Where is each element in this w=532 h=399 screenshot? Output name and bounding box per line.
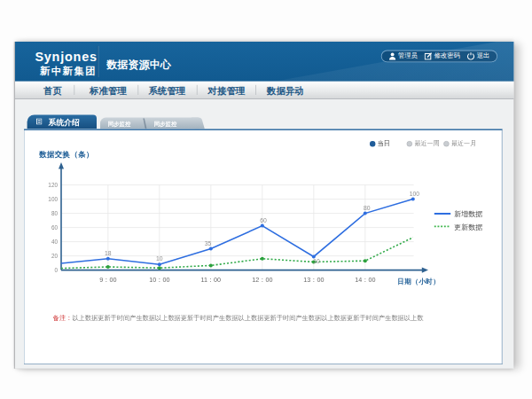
svg-text:11：00: 11：00: [200, 276, 221, 284]
svg-text:80: 80: [51, 210, 59, 216]
svg-text:9：00: 9：00: [99, 276, 116, 284]
svg-text:60: 60: [51, 224, 59, 231]
svg-text:新增数据: 新增数据: [454, 210, 482, 218]
svg-text:日期（小时）: 日期（小时）: [397, 278, 440, 286]
svg-text:10: 10: [156, 255, 163, 262]
svg-text:0: 0: [54, 267, 58, 273]
svg-text:100: 100: [410, 191, 420, 197]
svg-text:12：00: 12：00: [252, 276, 272, 284]
svg-text:40: 40: [51, 239, 59, 245]
svg-text:10: 10: [313, 258, 320, 264]
svg-text:更新数据: 更新数据: [454, 223, 482, 231]
svg-text:18: 18: [105, 250, 112, 256]
svg-text:120: 120: [48, 182, 58, 188]
svg-text:10：00: 10：00: [149, 276, 169, 284]
svg-text:35: 35: [205, 240, 212, 246]
svg-text:60: 60: [260, 217, 267, 223]
svg-text:13：00: 13：00: [303, 276, 324, 284]
svg-text:14：00: 14：00: [355, 276, 375, 284]
svg-text:20: 20: [51, 253, 59, 259]
svg-text:100: 100: [48, 196, 58, 202]
svg-text:80: 80: [364, 205, 371, 211]
